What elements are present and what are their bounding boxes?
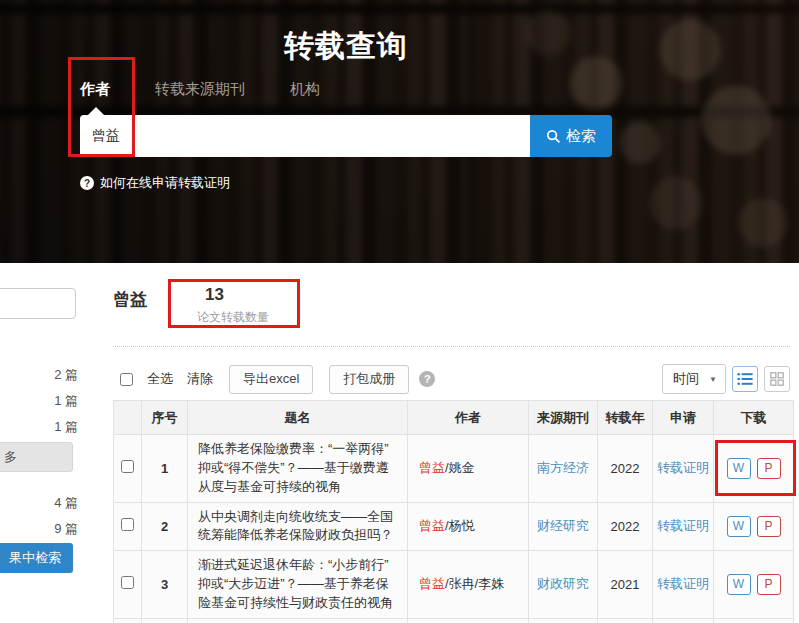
tab-source-journal[interactable]: 转载来源期刊 [155,80,245,99]
grid-view-icon [770,372,784,386]
download-cell: WP [714,551,794,619]
search-bar: 检索 [80,115,612,157]
search-input[interactable] [80,115,530,157]
row-checkbox[interactable] [121,576,134,589]
search-button-label: 检索 [566,127,596,146]
grid-view-toggle[interactable] [764,366,790,392]
header-title: 题名 [188,401,408,435]
search-button[interactable]: 检索 [530,115,612,157]
download-word-button[interactable]: W [727,574,751,595]
paper-title-text: 从中央调剂走向统收统支——全国统筹能降低养老保险财政负担吗？ [198,509,393,543]
sidebar-more-button[interactable]: 多 [0,442,73,472]
reprint-count: 13 [205,285,224,305]
header-download: 下载 [714,401,794,435]
question-circle-icon[interactable]: ? [419,371,435,387]
table-row: 3 渐进式延迟退休年龄：“小步前行”抑或“大步迈进”？——基于养老保险基金可持续… [114,551,794,619]
paper-authors: 曾益/姚金 [408,435,529,503]
sidebar-facet-count: 9 篇 [0,520,78,538]
paper-authors: 曾益/杨悦 [408,502,529,551]
sidebar-facet-count: 4 篇 [0,494,78,512]
author-highlighted: 曾益 [419,518,445,533]
header-authors: 作者 [408,401,529,435]
author-others: /杨悦 [445,518,475,533]
row-index: 2 [142,502,188,551]
search-type-tabs: 作者 转载来源期刊 机构 [80,80,320,99]
download-cell: WP [714,502,794,551]
download-word-button[interactable]: W [727,516,751,537]
header-checkbox-col [114,401,142,435]
reprint-certificate-link[interactable]: 转载证明 [657,518,709,533]
toolbar-right-group: 时间 ▼ [662,364,790,394]
list-view-toggle[interactable] [732,366,758,392]
download-cell: WP [714,618,794,623]
search-in-results-button[interactable]: 果中检索 [0,543,73,573]
header-source-journal: 来源期刊 [529,401,598,435]
select-all-label[interactable]: 全选 [147,370,173,388]
clear-selection-label[interactable]: 清除 [187,370,213,388]
pack-into-book-button[interactable]: 打包成册 [329,365,409,394]
row-index [142,618,188,623]
hero-banner: 转载查询 作者 转载来源期刊 机构 检索 ? 如何在线申请转载证明 [0,0,799,263]
results-toolbar: 全选 清除 导出excel 打包成册 ? 时间 ▼ [113,362,790,396]
sort-dropdown[interactable]: 时间 ▼ [662,364,726,394]
author-highlighted: 曾益 [419,460,445,475]
sidebar-facet-count: 1 篇 [0,392,78,410]
export-excel-button[interactable]: 导出excel [229,365,313,394]
header-reprint-year: 转载年 [598,401,653,435]
paper-title[interactable]: 渐进式延迟退休年龄：“小步前行”抑或“大步迈进”？——基于养老保险基金可持续性与… [188,551,408,619]
reprint-year: 2021 [598,551,653,619]
reprint-year: 2022 [598,435,653,503]
result-author-name: 曾益 [113,288,147,311]
how-to-apply-link[interactable]: ? 如何在线申请转载证明 [80,174,230,192]
download-pdf-button[interactable]: P [757,458,781,479]
search-icon [546,129,561,144]
paper-authors: 曾益/张冉/李姝 [408,551,529,619]
row-index: 3 [142,551,188,619]
download-cell: WP [714,435,794,503]
tab-author[interactable]: 作者 [80,80,110,99]
author-highlighted: 曾益 [419,576,445,591]
reprint-count-label: 论文转载数量 [197,309,269,326]
paper-title-text: 渐进式延迟退休年龄：“小步前行”抑或“大步迈进”？——基于养老保险基金可持续性与… [198,557,393,610]
row-checkbox[interactable] [121,460,134,473]
download-pdf-button[interactable]: P [757,516,781,537]
author-others: /姚金 [445,460,475,475]
active-tab-pointer-icon [88,107,104,115]
caret-down-icon: ▼ [709,375,717,384]
select-all-checkbox[interactable] [120,373,133,386]
paper-title-text: 降低养老保险缴费率：“一举两得”抑或“得不偿失”？——基于缴费遵从度与基金可持续… [198,441,389,494]
header-apply: 申请 [653,401,714,435]
download-pdf-button[interactable]: P [757,574,781,595]
paper-title[interactable]: 降低养老保险缴费率：“一举两得”抑或“得不偿失”？——基于缴费遵从度与基金可持续… [188,435,408,503]
sort-dropdown-value: 时间 [673,370,699,388]
table-header-row: 序号 题名 作者 来源期刊 转载年 申请 下载 [114,401,794,435]
source-journal-link[interactable]: 财政研究 [537,576,589,591]
download-word-button[interactable]: W [727,458,751,479]
sidebar-facet-count: 1 篇 [0,418,78,436]
reprint-certificate-link[interactable]: 转载证明 [657,576,709,591]
sidebar-facet-count: 2 篇 [0,366,78,384]
paper-title[interactable]: 破解养老金支付困境：中央调剂制度的效应 [188,618,408,623]
reprint-year: 2022 [598,502,653,551]
row-checkbox[interactable] [121,518,134,531]
paper-title[interactable]: 从中央调剂走向统收统支——全国统筹能降低养老保险财政负担吗？ [188,502,408,551]
reprint-certificate-link[interactable]: 转载证明 [657,460,709,475]
list-view-icon [737,372,753,386]
sidebar-filter-input[interactable] [0,288,76,319]
row-index: 1 [142,435,188,503]
table-row: 破解养老金支付困境：中央调剂制度的效应 WP [114,618,794,623]
source-journal-link[interactable]: 财经研究 [537,518,589,533]
page: 转载查询 作者 转载来源期刊 机构 检索 ? 如何在线申请转载证明 2 篇 1 … [0,0,799,623]
results-table: 序号 题名 作者 来源期刊 转载年 申请 下载 1 降低养老保险缴费率：“一举两… [113,400,793,623]
how-to-apply-label: 如何在线申请转载证明 [100,174,230,192]
header-index: 序号 [142,401,188,435]
reprint-year [598,618,653,623]
page-title: 转载查询 [80,26,612,67]
table-row: 2 从中央调剂走向统收统支——全国统筹能降低养老保险财政负担吗？ 曾益/杨悦 财… [114,502,794,551]
source-journal-link[interactable]: 南方经济 [537,460,589,475]
tab-institution[interactable]: 机构 [290,80,320,99]
paper-authors [408,618,529,623]
author-others: /张冉/李姝 [445,576,504,591]
help-circle-icon: ? [80,176,94,190]
dotted-divider [113,346,790,347]
